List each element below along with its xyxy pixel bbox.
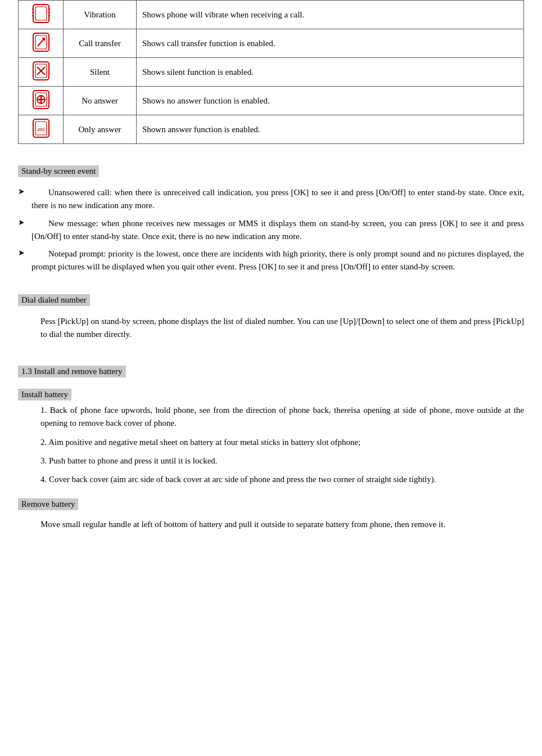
standby-section: Stand-by screen event ➤Unansowered call:… bbox=[18, 162, 524, 274]
svg-text:ans: ans bbox=[37, 126, 44, 132]
install-step: 4. Cover back cover (aim arc side of bac… bbox=[40, 473, 524, 486]
only-answer-icon: ans bbox=[19, 115, 64, 144]
feature-description: Shows silent function is enabled. bbox=[137, 58, 524, 87]
bullet-arrow: ➤ bbox=[18, 218, 29, 227]
battery-main-heading: 1.3 Install and remove battery bbox=[18, 366, 126, 377]
svg-rect-1 bbox=[35, 7, 47, 20]
feature-name: Call transfer bbox=[64, 29, 137, 58]
call-transfer-icon bbox=[19, 29, 64, 58]
silent-icon bbox=[19, 58, 64, 87]
feature-description: Shows no answer function is enabled. bbox=[137, 87, 524, 115]
install-step: 3. Push batter to phone and press it unt… bbox=[40, 454, 524, 467]
dial-section: Dial dialed number Pess [PickUp] on stan… bbox=[18, 291, 524, 341]
dial-heading: Dial dialed number bbox=[18, 294, 90, 306]
no-answer-icon bbox=[19, 87, 64, 115]
table-row: SilentShows silent function is enabled. bbox=[19, 58, 524, 87]
remove-battery-para: Move small regular handle at left of bot… bbox=[40, 518, 524, 531]
feature-description: Shown answer function is enabled. bbox=[137, 115, 524, 144]
bullet-text: Unansowered call: when there is unreceiv… bbox=[31, 186, 524, 213]
bullet-arrow: ➤ bbox=[18, 187, 29, 196]
bullet-arrow: ➤ bbox=[18, 248, 29, 258]
install-step: 1. Back of phone face upwords, hold phon… bbox=[40, 404, 524, 430]
table-row: VibrationShows phone will vibrate when r… bbox=[19, 1, 524, 29]
bullet-item: ➤Unansowered call: when there is unrecei… bbox=[18, 186, 524, 213]
install-battery-heading: Install battery bbox=[18, 389, 71, 400]
standby-bullets: ➤Unansowered call: when there is unrecei… bbox=[18, 186, 524, 274]
feature-description: Shows phone will vibrate when receiving … bbox=[137, 1, 524, 29]
feature-name: No answer bbox=[64, 87, 137, 115]
feature-table: VibrationShows phone will vibrate when r… bbox=[18, 0, 524, 144]
vibration-icon bbox=[19, 1, 64, 29]
bullet-item: ➤New message: when phone receives new me… bbox=[18, 217, 524, 244]
feature-name: Vibration bbox=[64, 1, 137, 29]
remove-battery-heading: Remove battery bbox=[18, 498, 78, 510]
bullet-item: ➤Notepad prompt: priority is the lowest,… bbox=[18, 248, 524, 274]
feature-description: Shows call transfer function is enabled. bbox=[137, 29, 524, 58]
feature-name: Silent bbox=[64, 58, 137, 87]
table-row: Call transferShows call transfer functio… bbox=[19, 29, 524, 58]
table-row: No answerShows no answer function is ena… bbox=[19, 87, 524, 115]
bullet-text: Notepad prompt: priority is the lowest, … bbox=[31, 248, 524, 274]
install-steps: 1. Back of phone face upwords, hold phon… bbox=[18, 404, 524, 486]
standby-heading: Stand-by screen event bbox=[18, 165, 99, 177]
install-step: 2. Aim positive and negative metal sheet… bbox=[40, 436, 524, 449]
table-row: ansOnly answerShown answer function is e… bbox=[19, 115, 524, 144]
bullet-text: New message: when phone receives new mes… bbox=[31, 217, 524, 244]
feature-name: Only answer bbox=[64, 115, 137, 144]
dial-para: Pess [PickUp] on stand-by screen, phone … bbox=[40, 315, 524, 341]
battery-section: 1.3 Install and remove battery Install b… bbox=[18, 362, 524, 532]
